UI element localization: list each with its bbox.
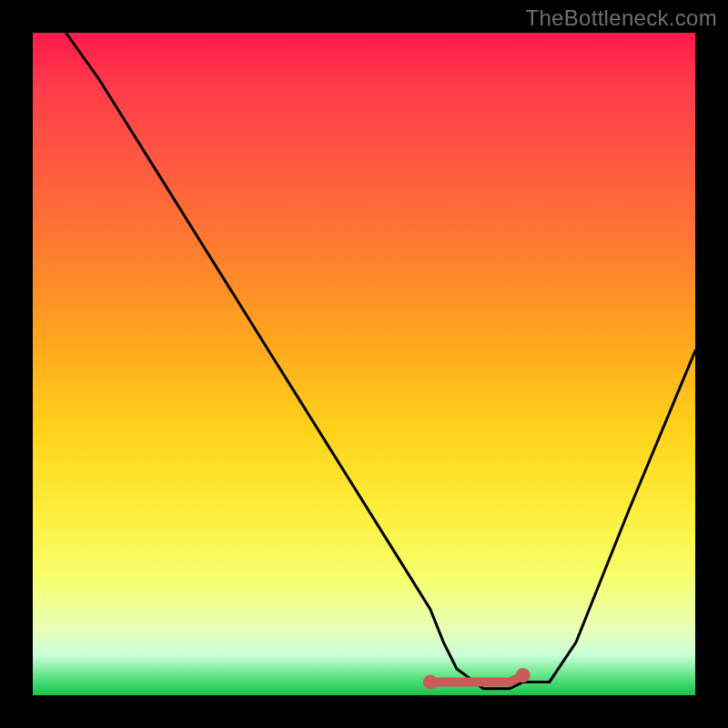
plot-area — [33, 33, 695, 695]
bottleneck-curve — [33, 33, 695, 695]
chart-frame: TheBottleneck.com — [0, 0, 728, 728]
svg-point-0 — [423, 674, 438, 689]
svg-point-1 — [516, 668, 531, 682]
watermark-text: TheBottleneck.com — [525, 5, 717, 31]
